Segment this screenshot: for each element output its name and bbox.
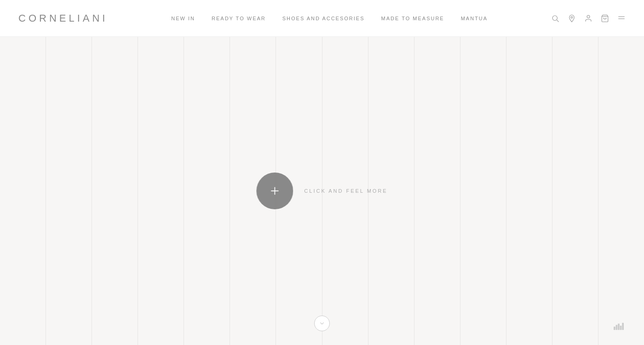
stripe-10 <box>414 37 460 345</box>
account-icon[interactable] <box>584 14 592 23</box>
stripe-11 <box>460 37 506 345</box>
svg-point-2 <box>571 16 573 18</box>
stripe-12 <box>506 37 552 345</box>
svg-rect-13 <box>622 323 624 330</box>
svg-point-0 <box>552 16 558 21</box>
nav-item-shoes-accesories[interactable]: SHOES AND ACCESORIES <box>282 16 365 21</box>
scroll-down-button[interactable] <box>314 316 330 331</box>
nav-item-ready-to-wear[interactable]: READY TO WEAR <box>212 16 266 21</box>
svg-line-1 <box>557 20 558 22</box>
svg-point-3 <box>587 15 590 18</box>
stripe-4 <box>138 37 184 345</box>
stripe-3 <box>92 37 138 345</box>
click-feel-more-button[interactable]: CLICK AND FEEL MORE <box>256 172 387 209</box>
svg-rect-10 <box>616 325 618 330</box>
cart-icon[interactable] <box>601 14 609 23</box>
header: CORNELIANI NEW IN READY TO WEAR SHOES AN… <box>0 0 644 37</box>
main-nav: NEW IN READY TO WEAR SHOES AND ACCESORIE… <box>171 16 488 21</box>
nav-item-new-in[interactable]: NEW IN <box>171 16 195 21</box>
search-icon[interactable] <box>551 14 559 23</box>
menu-icon[interactable] <box>617 14 626 23</box>
analytics-icon <box>614 322 624 332</box>
plus-icon <box>268 184 281 197</box>
nav-item-made-to-measure[interactable]: MADE TO MEASURE <box>381 16 444 21</box>
location-icon[interactable] <box>568 14 576 23</box>
stripe-5 <box>184 37 230 345</box>
logo[interactable]: CORNELIANI <box>18 12 108 24</box>
nav-item-mantua[interactable]: MANTUA <box>461 16 488 21</box>
main-content: CLICK AND FEEL MORE <box>0 37 644 345</box>
svg-rect-11 <box>618 324 620 330</box>
bar-chart-icon <box>614 322 624 330</box>
stripe-2 <box>46 37 92 345</box>
stripe-1 <box>0 37 46 345</box>
header-icons <box>551 14 626 23</box>
stripe-14 <box>598 37 644 345</box>
chevron-down-icon <box>319 320 325 327</box>
svg-rect-12 <box>620 326 622 330</box>
click-feel-label: CLICK AND FEEL MORE <box>304 188 387 194</box>
plus-circle-button[interactable] <box>256 172 293 209</box>
svg-rect-9 <box>614 327 615 330</box>
stripe-13 <box>552 37 598 345</box>
